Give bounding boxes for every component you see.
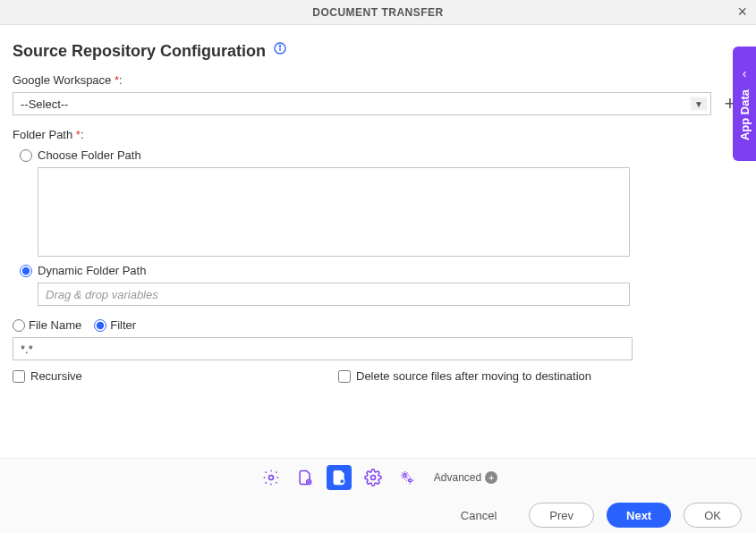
workspace-select[interactable]: --Select-- ▼ [13,92,711,115]
delete-source-label[interactable]: Delete source files after moving to dest… [356,369,591,383]
app-data-tab[interactable]: ‹ App Data [733,47,756,161]
choose-folder-radio-row: Choose Folder Path [20,148,740,162]
chevron-left-icon: ‹ [743,66,747,80]
file-filter-row: File Name Filter [13,318,740,332]
choose-folder-label[interactable]: Choose Folder Path [38,148,141,162]
document-settings-icon[interactable] [327,465,352,490]
recursive-checkbox[interactable] [13,370,25,383]
section-header: Source Repository Configuration [13,41,740,61]
workspace-field: Google Workspace *: --Select-- ▼ + [13,73,740,115]
footer-toolbar: Advanced + [0,459,756,496]
delete-source-checkbox[interactable] [338,370,351,383]
document-out-icon[interactable] [293,465,318,490]
svg-point-5 [340,479,344,484]
footer-buttons: Cancel Prev Next OK [0,496,756,533]
filter-radio[interactable] [94,319,106,332]
recursive-row: Recursive [13,369,338,383]
svg-point-7 [403,474,406,477]
workspace-select-value: --Select-- [21,97,68,111]
advanced-button[interactable]: Advanced + [434,471,497,484]
choose-folder-radio[interactable] [20,149,32,162]
gear-icon[interactable] [259,465,284,490]
workspace-label: Google Workspace *: [13,73,740,87]
prev-button[interactable]: Prev [529,503,594,528]
cancel-button[interactable]: Cancel [441,503,516,528]
footer: Advanced + Cancel Prev Next OK [0,458,756,533]
checkbox-container: Recursive Delete source files after movi… [13,360,633,383]
gear-outline-icon[interactable] [361,465,386,490]
delete-source-row: Delete source files after moving to dest… [338,369,591,383]
filter-input[interactable] [13,337,633,360]
dynamic-folder-input[interactable]: Drag & drop variables [38,283,630,306]
dynamic-folder-placeholder: Drag & drop variables [46,288,158,301]
info-icon[interactable] [273,41,287,55]
svg-point-6 [370,476,375,480]
svg-point-2 [280,46,281,47]
chevron-down-icon: ▼ [691,97,707,111]
ok-button[interactable]: OK [684,503,742,528]
section-title: Source Repository Configuration [13,42,266,61]
file-name-radio-group: File Name [13,318,81,332]
filter-radio-group: Filter [94,318,136,332]
filter-label[interactable]: Filter [110,318,136,332]
folder-path-box[interactable] [38,167,630,257]
svg-point-8 [408,479,411,482]
dynamic-folder-radio[interactable] [20,265,32,277]
dynamic-folder-label[interactable]: Dynamic Folder Path [38,264,146,277]
plus-circle-icon: + [485,471,497,484]
svg-point-3 [268,476,273,480]
dynamic-folder-radio-row: Dynamic Folder Path [20,264,740,277]
file-name-radio[interactable] [13,319,25,332]
recursive-label[interactable]: Recursive [30,369,82,383]
file-name-label[interactable]: File Name [29,318,81,332]
next-button[interactable]: Next [607,503,671,528]
workspace-select-row: --Select-- ▼ + [13,92,740,115]
dialog-header: DOCUMENT TRANSFER × [0,0,756,25]
app-data-label: App Data [738,89,752,140]
dialog-title: DOCUMENT TRANSFER [312,6,444,19]
folder-path-field: Folder Path *: Choose Folder Path Dynami… [13,128,740,306]
gears-icon[interactable] [395,465,420,490]
folder-path-label: Folder Path *: [13,128,740,141]
content-area: Source Repository Configuration Google W… [0,25,756,383]
advanced-text: Advanced [434,471,481,484]
close-icon[interactable]: × [737,4,747,20]
